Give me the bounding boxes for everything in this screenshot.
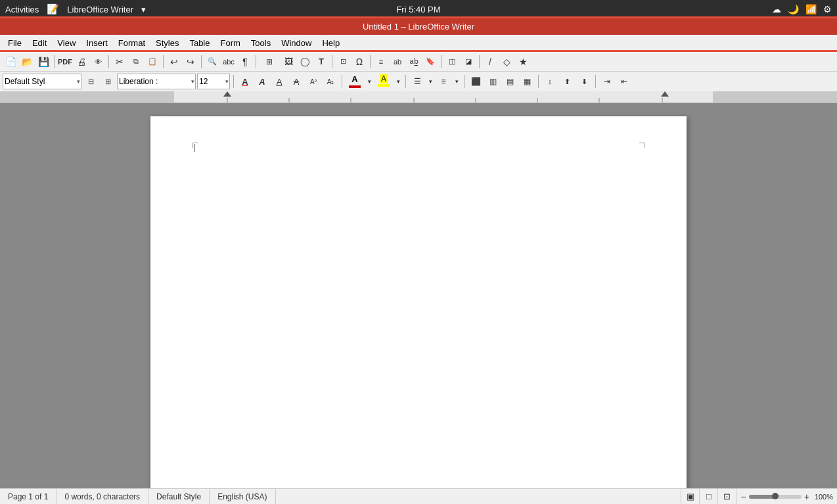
sep5: [256, 55, 256, 68]
export-pdf-button[interactable]: PDF: [57, 54, 73, 70]
menu-styles[interactable]: Styles: [150, 36, 184, 50]
sep14: [538, 75, 539, 88]
style-manager-btn[interactable]: ⊟: [83, 74, 99, 89]
underline-button[interactable]: A: [271, 74, 287, 89]
style-selector-wrapper[interactable]: Default Styl: [3, 74, 81, 89]
zoom-slider-thumb[interactable]: [772, 493, 779, 499]
sep11: [342, 75, 342, 88]
activities-button[interactable]: Activities: [5, 5, 39, 14]
styles-button[interactable]: ◫: [444, 54, 460, 70]
track-changes-button[interactable]: ab̲: [406, 54, 422, 70]
zoom-slider-fill: [749, 495, 775, 499]
insert-endnote-button[interactable]: ab: [390, 54, 405, 70]
menu-tools[interactable]: Tools: [246, 36, 276, 50]
highlight-button[interactable]: A: [374, 74, 393, 89]
standard-toolbar: 📄 📂 💾 PDF 🖨 👁 ✂ ⧉ 📋 ↩ ↪ 🔍 abc ¶ ⊞ 🖼 ◯ T …: [0, 52, 837, 72]
document-page[interactable]: [150, 116, 687, 488]
menu-edit[interactable]: Edit: [27, 36, 52, 50]
status-bar: Page 1 of 1 0 words, 0 characters Defaul…: [0, 488, 837, 504]
insert-field-button[interactable]: ⊡: [335, 54, 351, 70]
sep6: [332, 55, 332, 68]
zoom-slider-track[interactable]: [749, 495, 802, 499]
manage-styles-button[interactable]: ◪: [461, 54, 476, 70]
menu-file[interactable]: File: [3, 36, 27, 50]
bullets-dropdown[interactable]: ▾: [426, 74, 434, 89]
format-marks-button[interactable]: ¶: [237, 54, 253, 70]
insert-special-char-button[interactable]: Ω: [351, 54, 367, 70]
shapes-button[interactable]: ◇: [499, 54, 514, 70]
strikethrough-button[interactable]: A: [288, 74, 304, 89]
para-below-button[interactable]: ⬇: [576, 74, 592, 89]
standard-view-button[interactable]: ▣: [681, 489, 699, 504]
line-tool-button[interactable]: /: [482, 54, 498, 70]
spellcheck-button[interactable]: abc: [221, 54, 237, 70]
view3-button[interactable]: ⊡: [717, 489, 736, 504]
numbering-button[interactable]: ≡: [436, 74, 451, 89]
update-style-btn[interactable]: ⊞: [100, 74, 116, 89]
insert-table-button[interactable]: ⊞: [259, 54, 280, 70]
menu-form[interactable]: Form: [215, 36, 245, 50]
numbering-dropdown[interactable]: ▾: [453, 74, 461, 89]
line-spacing-button[interactable]: ↕: [542, 74, 558, 89]
bullets-button[interactable]: ☰: [409, 74, 425, 89]
menu-insert[interactable]: Insert: [81, 36, 113, 50]
web-view-button[interactable]: □: [699, 489, 717, 504]
cut-button[interactable]: ✂: [112, 54, 127, 70]
print-preview-button[interactable]: 👁: [90, 54, 106, 70]
sep3: [163, 55, 164, 68]
new-button[interactable]: 📄: [3, 54, 18, 70]
font-color-dropdown[interactable]: ▾: [365, 74, 373, 89]
size-selector-wrapper[interactable]: 12: [197, 74, 230, 89]
redo-button[interactable]: ↪: [183, 54, 198, 70]
system-icon-3: 📶: [805, 4, 817, 14]
system-icon-2: 🌙: [788, 4, 799, 14]
insert-image-button[interactable]: 🖼: [281, 54, 296, 70]
document-area[interactable]: [0, 103, 837, 488]
menu-window[interactable]: Window: [276, 36, 317, 50]
zoom-in-button[interactable]: +: [804, 492, 809, 502]
font-select[interactable]: Liberation :: [117, 74, 196, 89]
subscript-button[interactable]: A₂: [323, 74, 338, 89]
highlight-dropdown[interactable]: ▾: [394, 74, 402, 89]
footnote-button[interactable]: ≡: [373, 54, 389, 70]
align-right-button[interactable]: ▤: [502, 74, 518, 89]
bold-button[interactable]: A: [237, 74, 253, 89]
more-controls-button[interactable]: ★: [515, 54, 531, 70]
menu-view[interactable]: View: [52, 36, 81, 50]
system-bar: Activities 📝 LibreOffice Writer ▾ Fri 5:…: [0, 0, 837, 18]
menu-format[interactable]: Format: [113, 36, 150, 50]
menu-table[interactable]: Table: [184, 36, 215, 50]
app-name-label[interactable]: LibreOffice Writer: [67, 5, 133, 14]
para-above-button[interactable]: ⬆: [559, 74, 575, 89]
align-left-button[interactable]: ⬛: [468, 74, 484, 89]
manage-changes-button[interactable]: 🔖: [422, 54, 438, 70]
language-label: English (USA): [217, 492, 267, 501]
svg-marker-8: [223, 91, 231, 97]
align-center-button[interactable]: ▥: [485, 74, 501, 89]
indent-less-button[interactable]: ⇤: [616, 74, 632, 89]
print-button[interactable]: 🖨: [74, 54, 89, 70]
insert-text-button[interactable]: T: [313, 54, 329, 70]
superscript-button[interactable]: A²: [305, 74, 321, 89]
style-select[interactable]: Default Styl: [3, 74, 81, 89]
justify-button[interactable]: ▦: [519, 74, 535, 89]
indent-more-button[interactable]: ⇥: [599, 74, 615, 89]
zoom-out-button[interactable]: −: [740, 492, 746, 502]
menu-help[interactable]: Help: [317, 36, 345, 50]
app-icon: 📝: [47, 3, 59, 15]
italic-button[interactable]: A: [254, 74, 270, 89]
copy-button[interactable]: ⧉: [128, 54, 144, 70]
word-count-label: 0 words, 0 characters: [64, 492, 140, 501]
undo-button[interactable]: ↩: [166, 54, 182, 70]
sep4: [201, 55, 202, 68]
size-select[interactable]: 12: [197, 74, 230, 89]
find-replace-button[interactable]: 🔍: [204, 54, 220, 70]
open-button[interactable]: 📂: [19, 54, 35, 70]
window-title: Untitled 1 – LibreOffice Writer: [363, 22, 474, 32]
font-selector-wrapper[interactable]: Liberation :: [117, 74, 196, 89]
paste-button[interactable]: 📋: [145, 54, 160, 70]
app-menu-arrow[interactable]: ▾: [141, 5, 146, 14]
insert-chart-button[interactable]: ◯: [297, 54, 313, 70]
save-button[interactable]: 💾: [35, 54, 51, 70]
font-color-button[interactable]: A: [346, 74, 364, 89]
